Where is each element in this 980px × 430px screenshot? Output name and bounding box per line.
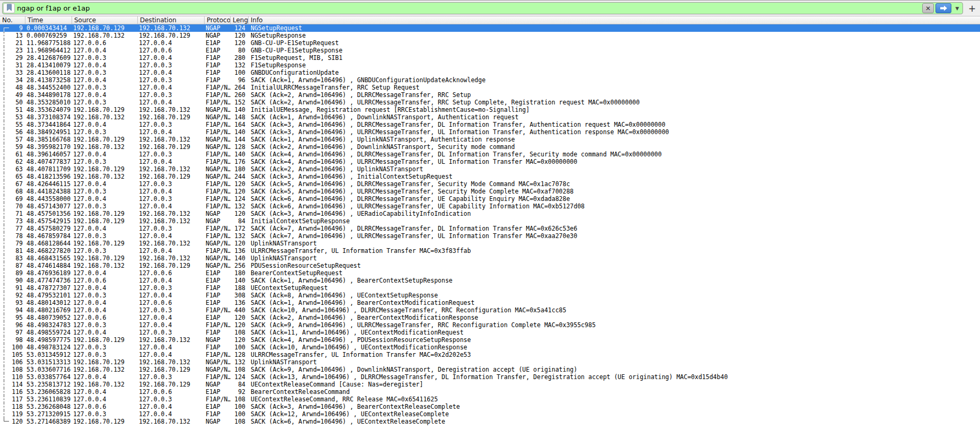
packet-row-117[interactable]: 11753.236110839127.0.0.4127.0.0.3F1AP/N…… xyxy=(0,396,980,403)
packet-row-61[interactable]: 6148.396146057127.0.0.4127.0.0.3F1AP/N…1… xyxy=(0,151,980,158)
packet-row-9[interactable]: 90.000343414192.168.70.129192.168.70.132… xyxy=(0,24,980,32)
packet-row-110[interactable]: 11053.033857764127.0.0.4127.0.0.3F1AP/N…… xyxy=(0,373,980,381)
packet-length: 92 xyxy=(231,388,249,396)
packet-row-68[interactable]: 6848.441824388127.0.0.3127.0.0.4F1AP/N…1… xyxy=(0,188,980,195)
packet-row-92[interactable]: 9248.479532101127.0.0.3127.0.0.4F1AP308S… xyxy=(0,292,980,299)
packet-no: 87 xyxy=(0,262,25,269)
column-header-no[interactable]: No. xyxy=(0,16,25,24)
packet-row-73[interactable]: 7348.457542915192.168.70.129192.168.70.1… xyxy=(0,217,980,225)
packet-row-97[interactable]: 9748.498559724127.0.0.4127.0.0.3F1AP108S… xyxy=(0,329,980,336)
packet-time: 48.468128644 xyxy=(25,240,72,247)
packet-length: 100 xyxy=(231,403,249,410)
packet-row-50[interactable]: 5048.353285010127.0.0.3127.0.0.4F1AP/N…1… xyxy=(0,99,980,106)
packet-row-69[interactable]: 6948.443558000127.0.0.4127.0.0.3F1AP/N…1… xyxy=(0,195,980,203)
packet-row-49[interactable]: 4948.344890178127.0.0.4127.0.0.3F1AP/N…2… xyxy=(0,91,980,99)
packet-row-79[interactable]: 7948.468128644192.168.70.129192.168.70.1… xyxy=(0,240,980,247)
packet-protocol: NGAP/N… xyxy=(205,143,231,151)
packet-row-29[interactable]: 2928.412687609127.0.0.3127.0.0.4F1AP280F… xyxy=(0,54,980,62)
packet-protocol: NGAP/N… xyxy=(205,136,231,143)
packet-row-13[interactable]: 130.000769259192.168.70.132192.168.70.12… xyxy=(0,32,980,39)
packet-row-106[interactable]: 10653.031513313192.168.70.129192.168.70.… xyxy=(0,358,980,366)
packet-no: 95 xyxy=(0,314,25,321)
column-header-time[interactable]: Time xyxy=(25,16,72,24)
packet-row-21[interactable]: 2111.968775188127.0.0.6127.0.0.4E1AP120G… xyxy=(0,39,980,47)
packet-row-95[interactable]: 9548.480739052127.0.0.6127.0.0.4E1AP120S… xyxy=(0,314,980,321)
packet-length: 148 xyxy=(231,113,249,121)
packet-protocol: F1AP/N… xyxy=(205,91,231,99)
packet-row-67[interactable]: 6748.426446115127.0.0.4127.0.0.3F1AP/N…1… xyxy=(0,180,980,188)
packet-source: 127.0.0.6 xyxy=(72,39,138,47)
packet-row-93[interactable]: 9348.480143012127.0.0.4127.0.0.6E1AP136S… xyxy=(0,299,980,306)
packet-length: 140 xyxy=(231,151,249,158)
packet-row-114[interactable]: 11453.235813712192.168.70.132192.168.70.… xyxy=(0,381,980,388)
packet-destination: 127.0.0.3 xyxy=(138,284,205,292)
conversation-tree-mid-marker xyxy=(4,121,4,128)
packet-no: 31 xyxy=(0,62,25,69)
packet-info: SACK (Ack=3, Arwnd=106496) , ULRRCMessag… xyxy=(249,128,980,136)
column-header-protocol[interactable]: Protocol xyxy=(205,16,231,24)
packet-row-51[interactable]: 5148.353624079192.168.70.129192.168.70.1… xyxy=(0,106,980,113)
packet-destination: 127.0.0.6 xyxy=(138,47,205,54)
packet-row-105[interactable]: 10553.031345912127.0.0.3127.0.0.4F1AP/N…… xyxy=(0,351,980,358)
packet-row-94[interactable]: 9448.480216769127.0.0.4127.0.0.3F1AP/N…4… xyxy=(0,306,980,314)
packet-row-77[interactable]: 7748.457580279127.0.0.4127.0.0.3F1AP/N…1… xyxy=(0,225,980,232)
filter-dropdown-button[interactable]: ▼ xyxy=(953,3,961,13)
packet-row-57[interactable]: 5748.385166768192.168.70.129192.168.70.1… xyxy=(0,136,980,143)
conversation-tree-mid-marker xyxy=(4,269,4,277)
packet-row-116[interactable]: 11653.236065828127.0.0.4127.0.0.6E1AP92B… xyxy=(0,388,980,396)
packet-row-90[interactable]: 9048.477474736127.0.0.6127.0.0.4E1AP140S… xyxy=(0,277,980,284)
column-header-source[interactable]: Source xyxy=(72,16,138,24)
filter-bookmark-button[interactable] xyxy=(3,3,15,13)
packet-row-33[interactable]: 3328.413600118127.0.0.3127.0.0.4F1AP100G… xyxy=(0,69,980,76)
packet-row-23[interactable]: 2311.968964412127.0.0.4127.0.0.6E1AP80GN… xyxy=(0,47,980,54)
packet-row-71[interactable]: 7148.457501356192.168.70.129192.168.70.1… xyxy=(0,210,980,217)
packet-row-63[interactable]: 6348.407811709192.168.70.129192.168.70.1… xyxy=(0,165,980,173)
clear-filter-button[interactable]: ✕ xyxy=(922,3,934,13)
packet-info: UEContextSetupRequest xyxy=(249,284,980,292)
packet-protocol: E1AP xyxy=(205,39,231,47)
packet-protocol: NGAP xyxy=(205,32,231,39)
packet-row-87[interactable]: 8748.474614884192.168.70.132192.168.70.1… xyxy=(0,262,980,269)
conversation-tree-mid-marker xyxy=(4,54,4,62)
column-header-destination[interactable]: Destination xyxy=(138,16,205,24)
conversation-tree-mid-marker xyxy=(4,203,4,210)
packet-source: 127.0.0.4 xyxy=(72,269,138,277)
packet-row-89[interactable]: 8948.476936189127.0.0.4127.0.0.6E1AP180B… xyxy=(0,269,980,277)
apply-filter-button[interactable] xyxy=(935,3,951,13)
packet-row-55[interactable]: 5548.373441864127.0.0.4127.0.0.3F1AP/N…1… xyxy=(0,121,980,128)
packet-row-78[interactable]: 7848.467859784127.0.0.3127.0.0.4F1AP/N…1… xyxy=(0,232,980,240)
packet-row-118[interactable]: 11853.236268048127.0.0.6127.0.0.4E1AP100… xyxy=(0,403,980,410)
packet-row-65[interactable]: 6548.418213596192.168.70.132192.168.70.1… xyxy=(0,173,980,180)
packet-row-119[interactable]: 11953.271320915127.0.0.3127.0.0.4F1AP100… xyxy=(0,410,980,418)
packet-row-59[interactable]: 5948.395982170192.168.70.132192.168.70.1… xyxy=(0,143,980,151)
column-header-length[interactable]: Length xyxy=(231,16,249,24)
packet-info: SACK (Ack=7, Arwnd=106496) , ULRRCMessag… xyxy=(249,232,980,240)
packet-row-70[interactable]: 7048.457143077127.0.0.3127.0.0.4F1AP/N…1… xyxy=(0,203,980,210)
packet-time: 11.968775188 xyxy=(25,39,72,47)
packet-row-96[interactable]: 9648.498324783127.0.0.3127.0.0.4F1AP/N…1… xyxy=(0,321,980,329)
packet-destination: 127.0.0.3 xyxy=(138,91,205,99)
display-filter-input[interactable] xyxy=(17,3,921,13)
packet-protocol: F1AP xyxy=(205,329,231,336)
packet-info: SACK (Ack=12, Arwnd=106496) , UEContextR… xyxy=(249,410,980,418)
add-filter-button[interactable]: + xyxy=(966,3,978,14)
packet-row-31[interactable]: 3128.413410079127.0.0.4127.0.0.3F1AP132F… xyxy=(0,62,980,69)
conversation-tree-mid-marker xyxy=(4,292,4,299)
packet-row-56[interactable]: 5648.384924951127.0.0.3127.0.0.4F1AP/N…1… xyxy=(0,128,980,136)
packet-row-98[interactable]: 9848.498597775192.168.70.129192.168.70.1… xyxy=(0,336,980,344)
packet-protocol: E1AP xyxy=(205,314,231,321)
packet-row-62[interactable]: 6248.407477837127.0.0.3127.0.0.4F1AP/N…1… xyxy=(0,158,980,165)
packet-row-108[interactable]: 10853.033607716192.168.70.132192.168.70.… xyxy=(0,366,980,373)
packet-row-34[interactable]: 3428.413873258127.0.0.4127.0.0.3F1AP96SA… xyxy=(0,76,980,84)
packet-row-48[interactable]: 4848.344552400127.0.0.3127.0.0.4F1AP/N…2… xyxy=(0,84,980,91)
column-header-info[interactable]: Info xyxy=(249,16,980,24)
packet-info: SACK (Ack=5, Arwnd=106496) , DLRRCMessag… xyxy=(249,180,980,188)
packet-row-81[interactable]: 8148.468227820127.0.0.3127.0.0.4F1AP/N…1… xyxy=(0,247,980,255)
packet-row-83[interactable]: 8348.468431565192.168.70.129192.168.70.1… xyxy=(0,255,980,262)
packet-no: 116 xyxy=(0,388,25,396)
packet-row-100[interactable]: 10048.498783124127.0.0.3127.0.0.4F1AP100… xyxy=(0,344,980,351)
packet-row-120[interactable]: 12053.271468389192.168.70.129192.168.70.… xyxy=(0,418,980,425)
packet-row-91[interactable]: 9148.478727307127.0.0.4127.0.0.3F1AP188U… xyxy=(0,284,980,292)
packet-length: 108 xyxy=(231,329,249,336)
packet-row-53[interactable]: 5348.373108374192.168.70.132192.168.70.1… xyxy=(0,113,980,121)
